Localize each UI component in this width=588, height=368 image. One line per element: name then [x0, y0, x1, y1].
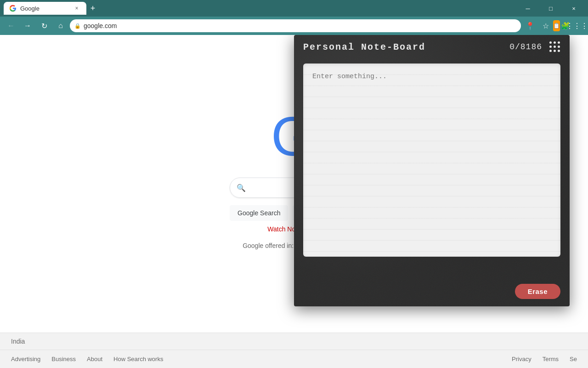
noteboard-popup: Personal Note-Board 0/8186 E — [294, 35, 570, 306]
apps-button[interactable]: ⋮⋮⋮ — [570, 18, 584, 33]
minimize-button[interactable]: ─ — [517, 0, 538, 17]
how-search-works-link[interactable]: How Search works — [113, 356, 163, 362]
google-favicon-icon — [9, 5, 17, 12]
close-window-button[interactable]: × — [563, 0, 584, 17]
tab-title: Google — [20, 5, 69, 12]
noteboard-extension-icon: 📋 — [553, 20, 560, 31]
footer-links: Advertising Business About How Search wo… — [0, 350, 588, 368]
footer-right-links: Privacy Terms Se — [512, 356, 577, 362]
new-tab-button[interactable]: + — [86, 2, 99, 15]
noteboard-header: Personal Note-Board 0/8186 — [294, 35, 570, 59]
location-icon: 📍 — [526, 22, 535, 30]
lock-icon: 🔒 — [74, 23, 81, 29]
noteboard-title: Personal Note-Board — [303, 42, 425, 52]
window-controls: ─ □ × — [517, 0, 584, 17]
noteboard-counter: 0/8186 — [509, 42, 542, 52]
erase-button[interactable]: Erase — [515, 284, 560, 299]
offered-in-label: Google offered in: — [243, 242, 294, 249]
chrome-titlebar: Google × + ─ □ × — [0, 0, 588, 17]
footer: India Advertising Business About How Sea… — [0, 333, 588, 368]
browser-tab[interactable]: Google × — [4, 2, 86, 15]
forward-button[interactable]: → — [20, 18, 35, 33]
home-button[interactable]: ⌂ — [53, 18, 68, 33]
google-search-button[interactable]: Google Search — [230, 205, 288, 221]
apps-grid-icon[interactable] — [549, 41, 560, 52]
chrome-toolbar: ← → ↻ ⌂ 🔒 google.com 📍 ☆ 📋 🧩 ⋮⋮⋮ — [0, 17, 588, 35]
business-link[interactable]: Business — [51, 356, 76, 362]
noteboard-textarea-wrapper — [294, 59, 570, 279]
bookmark-icon: ☆ — [543, 22, 549, 30]
tab-close-button[interactable]: × — [73, 4, 81, 12]
back-icon: ← — [7, 22, 15, 30]
maximize-button[interactable]: □ — [540, 0, 561, 17]
google-apps-icon: ⋮⋮⋮ — [566, 22, 588, 30]
bookmark-button[interactable]: ☆ — [538, 18, 553, 33]
noteboard-textarea[interactable] — [303, 63, 560, 257]
page-content: G o 🔍 Google Search I'm Feeling Lucky Wa… — [0, 35, 588, 368]
location-button[interactable]: 📍 — [523, 18, 537, 33]
search-icon: 🔍 — [237, 184, 246, 192]
advertising-link[interactable]: Advertising — [11, 356, 40, 362]
privacy-link[interactable]: Privacy — [512, 356, 531, 362]
home-icon: ⌂ — [58, 22, 63, 30]
forward-icon: → — [24, 22, 31, 30]
address-bar[interactable]: 🔒 google.com — [70, 19, 521, 32]
noteboard-footer: Erase — [294, 279, 570, 306]
toolbar-icons: 📍 ☆ 📋 🧩 ⋮⋮⋮ — [523, 18, 584, 33]
address-url: google.com — [84, 22, 516, 29]
terms-link[interactable]: Terms — [543, 356, 559, 362]
footer-country: India — [0, 333, 588, 350]
about-link[interactable]: About — [87, 356, 102, 362]
reload-button[interactable]: ↻ — [37, 18, 51, 33]
back-button[interactable]: ← — [4, 18, 18, 33]
footer-left-links: Advertising Business About How Search wo… — [11, 356, 163, 362]
reload-icon: ↻ — [41, 22, 47, 30]
country-label: India — [11, 338, 25, 345]
settings-link[interactable]: Se — [570, 356, 577, 362]
